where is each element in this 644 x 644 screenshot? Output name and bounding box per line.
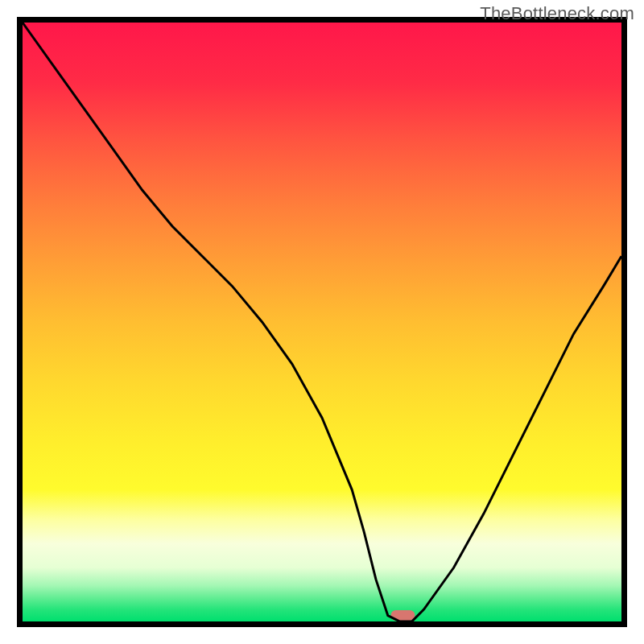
bottleneck-chart [0, 0, 644, 644]
chart-background [23, 23, 621, 621]
watermark-text: TheBottleneck.com [480, 3, 634, 24]
